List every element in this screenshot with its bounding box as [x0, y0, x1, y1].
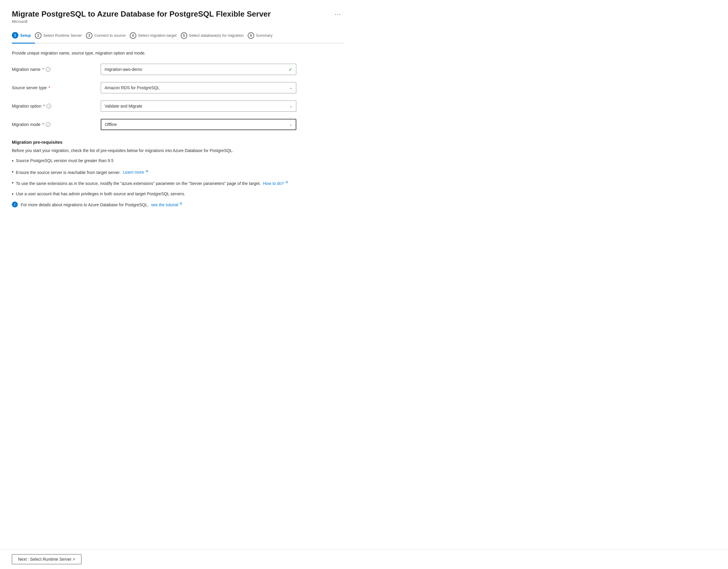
migration-option-value: Validate and Migrate — [105, 104, 142, 108]
page-title: Migrate PostgreSQL to Azure Database for… — [12, 9, 271, 19]
step-2-label: Select Runtime Server — [43, 33, 82, 38]
migration-mode-row: Migration mode * i Offline ⌄ — [12, 119, 344, 130]
migration-mode-chevron-icon: ⌄ — [289, 122, 292, 127]
learn-more-external-icon: ⧉ — [146, 169, 148, 173]
step-6-circle: 6 — [248, 32, 254, 39]
more-options-button[interactable]: ··· — [332, 9, 344, 19]
source-server-type-dropdown[interactable]: Amazon RDS for PostgreSQL ⌄ — [101, 82, 296, 93]
prereq-item-2: • Ensure the source server is reachable … — [12, 169, 344, 176]
step-4-circle: 4 — [130, 32, 136, 39]
migration-name-required: * — [42, 67, 44, 72]
bullet-3: • — [12, 180, 14, 186]
migration-option-info-icon[interactable]: i — [47, 104, 51, 108]
step-6-summary[interactable]: 6 Summary — [248, 32, 277, 43]
info-note: i For more details about migrations to A… — [12, 202, 344, 207]
see-tutorial-external-icon: ⧉ — [180, 202, 182, 205]
source-server-type-row: Source server type * Amazon RDS for Post… — [12, 82, 344, 93]
prereq-text-3: To use the same extensions as in the sou… — [16, 180, 288, 187]
learn-more-link[interactable]: Learn more ⧉ — [123, 170, 148, 175]
source-server-type-required: * — [49, 85, 50, 90]
prereq-item-4: • Use a user account that has admin priv… — [12, 191, 344, 197]
step-3-circle: 3 — [86, 32, 92, 39]
source-server-type-value: Amazon RDS for PostgreSQL — [105, 85, 159, 90]
migration-option-control: Validate and Migrate ⌄ — [101, 100, 296, 112]
step-5-circle: 5 — [181, 32, 187, 39]
bullet-1: • — [12, 158, 14, 164]
how-to-do-external-icon: ⧉ — [286, 180, 288, 184]
migration-option-dropdown[interactable]: Validate and Migrate ⌄ — [101, 100, 296, 112]
migration-name-input[interactable]: migration-aws-demo ✓ — [101, 64, 296, 75]
migration-mode-info-icon[interactable]: i — [46, 122, 50, 127]
page-header: Migrate PostgreSQL to Azure Database for… — [12, 9, 344, 24]
migration-option-chevron-icon: ⌄ — [289, 104, 292, 108]
step-5-label: Select database(s) for migration — [189, 33, 244, 38]
prereq-item-3: • To use the same extensions as in the s… — [12, 180, 344, 187]
how-to-do-link[interactable]: How to do? ⧉ — [263, 181, 288, 186]
info-note-text: For more details about migrations to Azu… — [21, 202, 182, 207]
step-3-connect[interactable]: 3 Connect to source — [86, 32, 130, 43]
prereq-text-1: Source PostgreSQL version must be greate… — [16, 158, 113, 164]
page-subtitle: Microsoft — [12, 19, 271, 24]
migration-name-info-icon[interactable]: i — [46, 67, 50, 72]
migration-mode-label: Migration mode * i — [12, 122, 95, 127]
migration-option-row: Migration option * i Validate and Migrat… — [12, 100, 344, 112]
step-1-label: Setup — [20, 33, 31, 38]
migration-name-check-icon: ✓ — [289, 67, 292, 72]
wizard-steps: 1 Setup 2 Select Runtime Server 3 Connec… — [12, 32, 344, 44]
step-3-label: Connect to source — [94, 33, 126, 38]
migration-name-control: migration-aws-demo ✓ — [101, 64, 296, 75]
migration-mode-control: Offline ⌄ — [101, 119, 296, 130]
prereq-text-2: Ensure the source server is reachable fr… — [16, 169, 148, 176]
step-4-target[interactable]: 4 Select migration target — [130, 32, 181, 43]
step-6-label: Summary — [256, 33, 273, 38]
migration-mode-dropdown[interactable]: Offline ⌄ — [101, 119, 296, 130]
form-subtitle: Provide unique migration name, source ty… — [12, 51, 344, 55]
source-server-type-chevron-icon: ⌄ — [289, 86, 292, 90]
prereq-title: Migration pre-requisites — [12, 140, 344, 145]
source-server-type-label: Source server type * — [12, 85, 95, 90]
prereq-list: • Source PostgreSQL version must be grea… — [12, 158, 344, 197]
source-server-type-control: Amazon RDS for PostgreSQL ⌄ — [101, 82, 296, 93]
migration-option-required: * — [43, 104, 45, 108]
step-1-setup[interactable]: 1 Setup — [12, 32, 35, 44]
step-4-label: Select migration target — [138, 33, 177, 38]
prereq-text-4: Use a user account that has admin privil… — [16, 191, 185, 197]
migration-option-label: Migration option * i — [12, 104, 95, 108]
bullet-4: • — [12, 191, 14, 197]
info-circle-icon: i — [12, 202, 18, 207]
prereq-intro: Before you start your migration, check t… — [12, 148, 344, 153]
step-2-runtime[interactable]: 2 Select Runtime Server — [35, 32, 86, 43]
bullet-2: • — [12, 169, 14, 175]
migration-mode-required: * — [42, 122, 44, 127]
migration-name-value: migration-aws-demo — [105, 67, 142, 72]
step-2-circle: 2 — [35, 32, 41, 39]
migration-name-row: Migration name * i migration-aws-demo ✓ — [12, 64, 344, 75]
prerequisites-section: Migration pre-requisites Before you star… — [12, 140, 344, 207]
step-5-databases[interactable]: 5 Select database(s) for migration — [181, 32, 248, 43]
step-1-circle: 1 — [12, 32, 18, 39]
migration-mode-value: Offline — [105, 122, 117, 127]
migration-name-label: Migration name * i — [12, 67, 95, 72]
prereq-item-1: • Source PostgreSQL version must be grea… — [12, 158, 344, 164]
see-tutorial-link[interactable]: see the tutorial ⧉ — [151, 202, 183, 207]
